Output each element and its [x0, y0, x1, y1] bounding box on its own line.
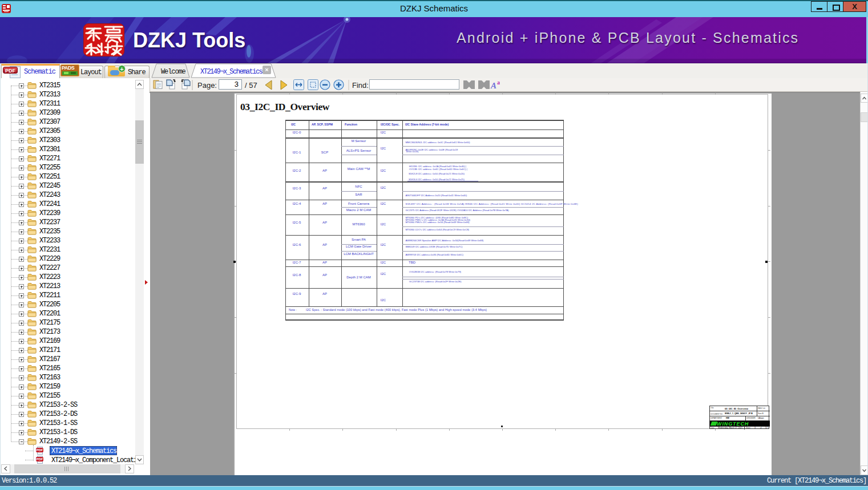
svg-text:A: A: [490, 81, 496, 90]
svg-text:a: a: [497, 79, 500, 86]
